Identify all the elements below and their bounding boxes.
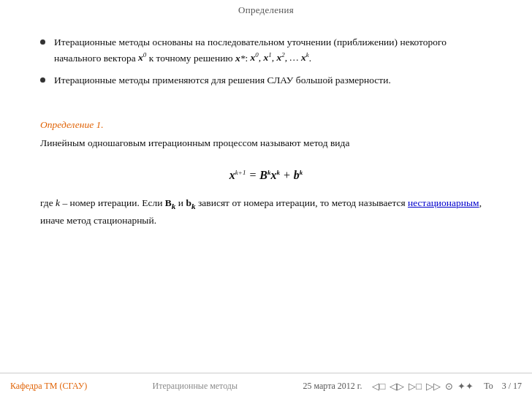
formula-equals: = <box>248 169 259 181</box>
nav-prev-icon[interactable]: ◁▷ <box>388 381 406 392</box>
bullet-dot-2 <box>40 77 45 83</box>
nav-last-icon[interactable]: ▷▷ <box>425 381 442 392</box>
formula: xk+1 = Bkxk + bk <box>229 169 303 182</box>
formula-lhs: xk+1 <box>229 169 246 181</box>
math-xstar: x* <box>235 52 246 63</box>
math-Bk: Bk <box>165 197 176 208</box>
list-item: Итерационные методы основаны на последов… <box>40 35 492 66</box>
bottom-bar: Кафедра ТМ (СГАУ) Итерационные методы 25… <box>0 373 532 399</box>
bullet-list: Итерационные методы основаны на последов… <box>40 35 492 96</box>
nav-first-icon[interactable]: ◁□ <box>370 381 387 392</box>
definition-intro: Линейным одношаговым итерационным процес… <box>40 135 492 151</box>
footer-center: Итерационные методы <box>153 381 238 392</box>
top-bar: Определения <box>0 0 532 20</box>
footer-left: Кафедра ТМ (СГАУ) <box>10 381 87 392</box>
bullet-dot <box>40 39 45 45</box>
nav-icons: ◁□ ◁▷ ▷□ ▷▷ ⊙ ✦✦ <box>370 381 475 392</box>
math-x0: x0 <box>138 52 146 63</box>
page-number: 3 / 17 <box>502 381 522 392</box>
nav-next-icon[interactable]: ▷□ <box>407 381 423 392</box>
definition-description: где k – номер итерации. Если Bk и bk зав… <box>40 195 492 228</box>
definition-label: Определение 1. <box>40 119 492 131</box>
nav-bookmark-icon[interactable]: ✦✦ <box>456 381 475 392</box>
bullet-text-2: Итерационные методы применяются для реше… <box>54 73 492 88</box>
list-item: Итерационные методы применяются для реше… <box>40 73 492 88</box>
math-sequence: x0, x1, x2, … xk <box>251 52 309 63</box>
nonstationary-link[interactable]: нестационарным <box>408 197 479 208</box>
math-bk: bk <box>186 197 195 208</box>
bullet-text-1: Итерационные методы основаны на последов… <box>54 35 492 66</box>
main-content: Итерационные методы основаны на последов… <box>0 20 532 373</box>
formula-plus: + <box>283 169 294 181</box>
formula-b: bk <box>294 169 303 181</box>
math-k: k <box>56 197 60 208</box>
footer-to-label[interactable]: To <box>484 381 493 392</box>
nav-search-icon[interactable]: ⊙ <box>444 381 455 392</box>
footer-right: 25 марта 2012 г. ◁□ ◁▷ ▷□ ▷▷ ⊙ ✦✦ To 3 /… <box>303 381 522 392</box>
slide-container: Определения Итерационные методы основаны… <box>0 0 532 399</box>
formula-B: Bkxk <box>259 169 280 181</box>
slide-title: Определения <box>238 4 294 15</box>
footer-date: 25 марта 2012 г. <box>303 381 362 392</box>
formula-container: xk+1 = Bkxk + bk <box>40 169 492 182</box>
